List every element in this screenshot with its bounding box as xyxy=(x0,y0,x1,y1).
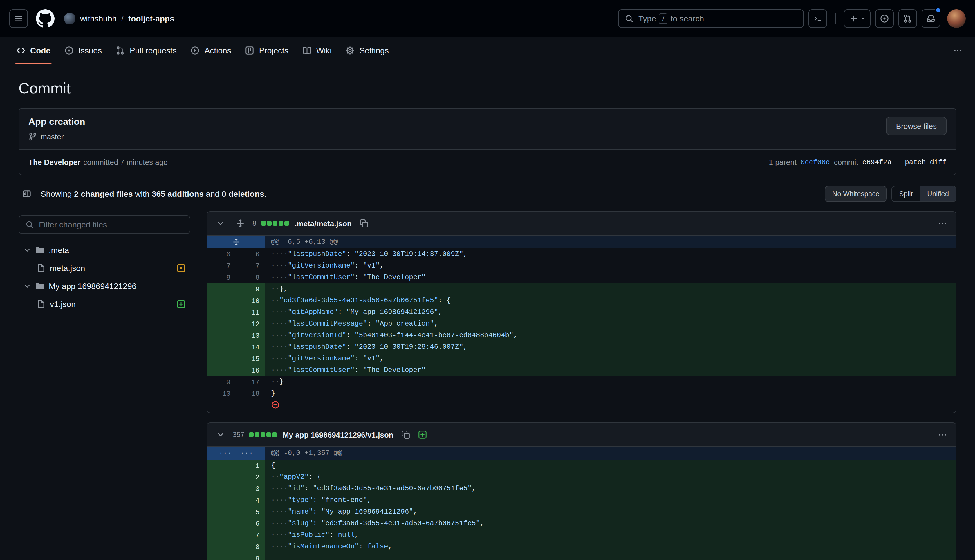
diff-view-controls: No Whitespace Split Unified xyxy=(825,186,957,202)
old-line-number[interactable] xyxy=(207,330,236,341)
old-line-number[interactable] xyxy=(207,495,236,506)
diff-line: 2··"appV2": { xyxy=(207,471,956,483)
new-line-number[interactable]: 15 xyxy=(236,353,265,365)
old-line-number[interactable] xyxy=(207,353,236,365)
new-line-number[interactable]: 6 xyxy=(236,518,265,529)
tree-item-meta[interactable]: .meta xyxy=(18,241,190,259)
tree-item-meta-json[interactable]: meta.json xyxy=(18,259,190,277)
diff-line: 9 xyxy=(207,552,956,560)
diff-filename[interactable]: My app 1698694121296/v1.json xyxy=(283,430,393,439)
tab-settings[interactable]: Settings xyxy=(338,37,396,64)
chevron-down-icon xyxy=(23,282,31,290)
tree-item-v1-json[interactable]: v1.json xyxy=(18,295,190,313)
copy-path-button[interactable] xyxy=(398,427,413,442)
hamburger-menu-button[interactable] xyxy=(9,9,28,28)
old-line-number[interactable] xyxy=(207,318,236,330)
diff-options-button[interactable] xyxy=(935,427,950,442)
new-line-number[interactable]: 17 xyxy=(236,376,265,388)
whitespace-button[interactable]: No Whitespace xyxy=(825,186,887,202)
copy-path-button[interactable] xyxy=(356,216,372,231)
old-line-number[interactable] xyxy=(207,541,236,552)
old-line-number[interactable] xyxy=(207,552,236,560)
old-line-number[interactable]: 7 xyxy=(207,260,236,272)
old-line-number[interactable]: 8 xyxy=(207,272,236,283)
browse-files-button[interactable]: Browse files xyxy=(886,117,947,135)
old-line-number[interactable] xyxy=(207,365,236,376)
main-content: Commit App creation master Browse files … xyxy=(0,64,975,560)
old-line-number[interactable] xyxy=(207,283,236,295)
line-content: ····"id": "cd3f3a6d-3d55-4e31-ad50-6a7b0… xyxy=(265,483,956,495)
line-number-empty xyxy=(236,399,265,413)
tree-item-my-app-1698694121296[interactable]: My app 1698694121296 xyxy=(18,277,190,295)
new-line-number[interactable]: 9 xyxy=(236,552,265,560)
new-line-number[interactable]: 2 xyxy=(236,471,265,483)
breadcrumb-repo[interactable]: tooljet-apps xyxy=(128,14,174,23)
diff-link[interactable]: diff xyxy=(930,158,947,166)
split-view-button[interactable]: Split xyxy=(892,186,920,202)
create-new-button[interactable] xyxy=(844,9,870,28)
old-line-number[interactable] xyxy=(207,295,236,307)
folder-icon xyxy=(35,245,45,255)
new-line-number[interactable]: 18 xyxy=(236,388,265,399)
new-line-number[interactable]: 1 xyxy=(236,460,265,471)
diff-line: 66····"lastpushDate": "2023-10-30T19:14:… xyxy=(207,248,956,260)
inbox-button[interactable] xyxy=(922,9,940,28)
new-line-number[interactable]: 13 xyxy=(236,330,265,341)
file-filter-input[interactable] xyxy=(39,220,184,229)
pull-requests-dashboard-button[interactable] xyxy=(898,9,917,28)
new-line-number[interactable]: 12 xyxy=(236,318,265,330)
diffstat-block xyxy=(249,432,253,437)
old-line-number[interactable] xyxy=(207,529,236,541)
new-line-number[interactable]: 8 xyxy=(236,272,265,283)
new-line-number[interactable]: 6 xyxy=(236,248,265,260)
new-line-number[interactable]: 8 xyxy=(236,541,265,552)
new-line-number[interactable]: 7 xyxy=(236,529,265,541)
github-logo[interactable] xyxy=(36,9,55,28)
tab-projects[interactable]: Projects xyxy=(238,37,295,64)
user-avatar[interactable] xyxy=(947,9,966,28)
expand-hunk-button[interactable] xyxy=(207,236,265,248)
tab-issues[interactable]: Issues xyxy=(57,37,109,64)
new-line-number[interactable]: 4 xyxy=(236,495,265,506)
expand-all-button[interactable] xyxy=(233,216,248,231)
new-line-number[interactable]: 11 xyxy=(236,307,265,318)
search-input[interactable]: Type / to search xyxy=(618,9,804,28)
new-line-number[interactable]: 7 xyxy=(236,260,265,272)
tab-wiki[interactable]: Wiki xyxy=(295,37,338,64)
command-palette-button[interactable] xyxy=(808,9,827,28)
nav-overflow-button[interactable] xyxy=(950,42,966,58)
unified-view-button[interactable]: Unified xyxy=(920,186,956,202)
old-line-number[interactable] xyxy=(207,518,236,529)
old-line-number[interactable] xyxy=(207,483,236,495)
collapse-file-tree-button[interactable] xyxy=(18,186,35,202)
branch-name[interactable]: master xyxy=(41,132,63,141)
tab-actions[interactable]: Actions xyxy=(184,37,238,64)
old-line-number[interactable]: 10 xyxy=(207,388,236,399)
new-line-number[interactable]: 14 xyxy=(236,341,265,353)
patch-link[interactable]: patch xyxy=(905,158,926,166)
tab-pull-requests[interactable]: Pull requests xyxy=(109,37,184,64)
diff-options-button[interactable] xyxy=(935,216,950,231)
new-line-number[interactable]: 10 xyxy=(236,295,265,307)
issues-dashboard-button[interactable] xyxy=(875,9,894,28)
new-line-number[interactable]: 3 xyxy=(236,483,265,495)
old-line-number[interactable] xyxy=(207,460,236,471)
old-line-number[interactable]: 6 xyxy=(207,248,236,260)
parent-sha-link[interactable]: 0ecf00c xyxy=(801,158,830,166)
old-line-number[interactable] xyxy=(207,341,236,353)
new-line-number[interactable]: 9 xyxy=(236,283,265,295)
new-line-number[interactable]: 5 xyxy=(236,506,265,518)
diff-line: 3····"id": "cd3f3a6d-3d55-4e31-ad50-6a7b… xyxy=(207,483,956,495)
tab-code[interactable]: Code xyxy=(9,37,57,64)
diff-filename[interactable]: .meta/meta.json xyxy=(295,219,352,228)
collapse-diff-button[interactable] xyxy=(213,427,228,442)
old-line-number[interactable] xyxy=(207,506,236,518)
expand-hunk-button[interactable]: ······ xyxy=(207,447,265,460)
breadcrumb-owner[interactable]: withshubh xyxy=(80,14,117,23)
old-line-number[interactable] xyxy=(207,307,236,318)
old-line-number[interactable]: 9 xyxy=(207,376,236,388)
new-line-number[interactable]: 16 xyxy=(236,365,265,376)
commit-author[interactable]: The Developer xyxy=(28,158,80,167)
collapse-diff-button[interactable] xyxy=(213,216,228,231)
old-line-number[interactable] xyxy=(207,471,236,483)
